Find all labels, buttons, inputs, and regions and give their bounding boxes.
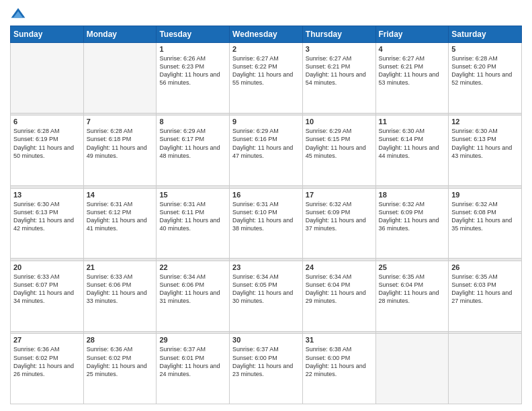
calendar-header-row: SundayMondayTuesdayWednesdayThursdayFrid… <box>11 26 522 43</box>
day-number: 21 <box>87 263 154 271</box>
calendar-cell <box>11 43 84 113</box>
calendar-cell: 6Sunrise: 6:28 AM Sunset: 6:19 PM Daylig… <box>11 116 84 186</box>
calendar-cell <box>375 334 449 404</box>
day-number: 30 <box>232 336 300 344</box>
cell-info: Sunrise: 6:34 AM Sunset: 6:04 PM Dayligh… <box>306 273 366 304</box>
day-number: 28 <box>87 336 154 344</box>
day-number: 17 <box>306 191 373 199</box>
cell-info: Sunrise: 6:35 AM Sunset: 6:04 PM Dayligh… <box>379 273 439 304</box>
calendar-cell: 19Sunrise: 6:32 AM Sunset: 6:08 PM Dayli… <box>449 188 522 259</box>
calendar-table: SundayMondayTuesdayWednesdayThursdayFrid… <box>10 26 522 404</box>
cell-info: Sunrise: 6:32 AM Sunset: 6:09 PM Dayligh… <box>379 201 439 232</box>
weekday-header-sunday: Sunday <box>11 26 84 43</box>
day-number: 1 <box>159 45 226 53</box>
cell-info: Sunrise: 6:29 AM Sunset: 6:15 PM Dayligh… <box>306 128 366 158</box>
day-number: 26 <box>451 263 519 271</box>
week-row-2: 6Sunrise: 6:28 AM Sunset: 6:19 PM Daylig… <box>11 116 522 186</box>
cell-info: Sunrise: 6:30 AM Sunset: 6:14 PM Dayligh… <box>379 128 439 158</box>
calendar-cell: 2Sunrise: 6:27 AM Sunset: 6:22 PM Daylig… <box>230 43 303 113</box>
calendar-cell: 7Sunrise: 6:28 AM Sunset: 6:18 PM Daylig… <box>83 116 157 186</box>
calendar-cell: 16Sunrise: 6:31 AM Sunset: 6:10 PM Dayli… <box>230 188 303 259</box>
cell-info: Sunrise: 6:33 AM Sunset: 6:06 PM Dayligh… <box>87 273 147 304</box>
cell-info: Sunrise: 6:30 AM Sunset: 6:13 PM Dayligh… <box>13 201 74 232</box>
day-number: 13 <box>13 191 81 199</box>
calendar-cell: 5Sunrise: 6:28 AM Sunset: 6:20 PM Daylig… <box>449 43 522 113</box>
calendar-cell: 22Sunrise: 6:34 AM Sunset: 6:06 PM Dayli… <box>157 261 230 332</box>
week-row-1: 1Sunrise: 6:26 AM Sunset: 6:23 PM Daylig… <box>11 43 522 113</box>
cell-info: Sunrise: 6:38 AM Sunset: 6:00 PM Dayligh… <box>306 346 366 377</box>
day-number: 18 <box>379 191 446 199</box>
cell-info: Sunrise: 6:35 AM Sunset: 6:03 PM Dayligh… <box>451 273 512 304</box>
logo <box>10 7 29 20</box>
week-row-4: 20Sunrise: 6:33 AM Sunset: 6:07 PM Dayli… <box>11 261 522 332</box>
cell-info: Sunrise: 6:28 AM Sunset: 6:19 PM Dayligh… <box>13 128 74 158</box>
cell-info: Sunrise: 6:28 AM Sunset: 6:20 PM Dayligh… <box>451 55 512 86</box>
calendar-cell: 30Sunrise: 6:37 AM Sunset: 6:00 PM Dayli… <box>230 334 303 404</box>
calendar-cell: 8Sunrise: 6:29 AM Sunset: 6:17 PM Daylig… <box>157 116 230 186</box>
weekday-header-friday: Friday <box>375 26 449 43</box>
calendar-cell: 13Sunrise: 6:30 AM Sunset: 6:13 PM Dayli… <box>11 188 84 259</box>
cell-info: Sunrise: 6:36 AM Sunset: 6:02 PM Dayligh… <box>13 346 74 377</box>
cell-info: Sunrise: 6:36 AM Sunset: 6:02 PM Dayligh… <box>87 346 147 377</box>
weekday-header-wednesday: Wednesday <box>230 26 303 43</box>
day-number: 31 <box>306 336 373 344</box>
calendar-cell: 21Sunrise: 6:33 AM Sunset: 6:06 PM Dayli… <box>83 261 157 332</box>
day-number: 11 <box>379 118 446 126</box>
cell-info: Sunrise: 6:32 AM Sunset: 6:09 PM Dayligh… <box>306 201 366 232</box>
day-number: 2 <box>232 45 300 53</box>
cell-info: Sunrise: 6:37 AM Sunset: 6:00 PM Dayligh… <box>232 346 293 377</box>
calendar-cell: 10Sunrise: 6:29 AM Sunset: 6:15 PM Dayli… <box>302 116 375 186</box>
day-number: 10 <box>306 118 373 126</box>
calendar-cell: 3Sunrise: 6:27 AM Sunset: 6:21 PM Daylig… <box>302 43 375 113</box>
day-number: 16 <box>232 191 300 199</box>
page: SundayMondayTuesdayWednesdayThursdayFrid… <box>0 0 532 411</box>
cell-info: Sunrise: 6:32 AM Sunset: 6:08 PM Dayligh… <box>451 201 512 232</box>
calendar-cell: 28Sunrise: 6:36 AM Sunset: 6:02 PM Dayli… <box>83 334 157 404</box>
day-number: 20 <box>13 263 81 271</box>
day-number: 9 <box>232 118 300 126</box>
cell-info: Sunrise: 6:26 AM Sunset: 6:23 PM Dayligh… <box>159 55 220 86</box>
day-number: 4 <box>379 45 446 53</box>
calendar-cell: 14Sunrise: 6:31 AM Sunset: 6:12 PM Dayli… <box>83 188 157 259</box>
calendar-cell: 4Sunrise: 6:27 AM Sunset: 6:21 PM Daylig… <box>375 43 449 113</box>
day-number: 7 <box>87 118 154 126</box>
day-number: 25 <box>379 263 446 271</box>
week-row-3: 13Sunrise: 6:30 AM Sunset: 6:13 PM Dayli… <box>11 188 522 259</box>
cell-info: Sunrise: 6:27 AM Sunset: 6:21 PM Dayligh… <box>379 55 439 86</box>
cell-info: Sunrise: 6:28 AM Sunset: 6:18 PM Dayligh… <box>87 128 147 158</box>
calendar-cell: 24Sunrise: 6:34 AM Sunset: 6:04 PM Dayli… <box>302 261 375 332</box>
weekday-header-monday: Monday <box>83 26 157 43</box>
header <box>10 7 522 20</box>
day-number: 5 <box>451 45 519 53</box>
day-number: 3 <box>306 45 373 53</box>
day-number: 12 <box>451 118 519 126</box>
calendar-cell: 12Sunrise: 6:30 AM Sunset: 6:13 PM Dayli… <box>449 116 522 186</box>
week-row-5: 27Sunrise: 6:36 AM Sunset: 6:02 PM Dayli… <box>11 334 522 404</box>
calendar-cell: 20Sunrise: 6:33 AM Sunset: 6:07 PM Dayli… <box>11 261 84 332</box>
calendar-cell: 15Sunrise: 6:31 AM Sunset: 6:11 PM Dayli… <box>157 188 230 259</box>
day-number: 14 <box>87 191 154 199</box>
calendar-cell: 26Sunrise: 6:35 AM Sunset: 6:03 PM Dayli… <box>449 261 522 332</box>
calendar-cell: 27Sunrise: 6:36 AM Sunset: 6:02 PM Dayli… <box>11 334 84 404</box>
weekday-header-thursday: Thursday <box>302 26 375 43</box>
cell-info: Sunrise: 6:31 AM Sunset: 6:12 PM Dayligh… <box>87 201 147 232</box>
calendar-cell: 29Sunrise: 6:37 AM Sunset: 6:01 PM Dayli… <box>157 334 230 404</box>
cell-info: Sunrise: 6:29 AM Sunset: 6:17 PM Dayligh… <box>159 128 220 158</box>
calendar-cell: 18Sunrise: 6:32 AM Sunset: 6:09 PM Dayli… <box>375 188 449 259</box>
day-number: 15 <box>159 191 226 199</box>
cell-info: Sunrise: 6:27 AM Sunset: 6:22 PM Dayligh… <box>232 55 293 86</box>
cell-info: Sunrise: 6:34 AM Sunset: 6:05 PM Dayligh… <box>232 273 293 304</box>
calendar-cell <box>83 43 157 113</box>
cell-info: Sunrise: 6:34 AM Sunset: 6:06 PM Dayligh… <box>159 273 220 304</box>
cell-info: Sunrise: 6:31 AM Sunset: 6:10 PM Dayligh… <box>232 201 293 232</box>
calendar-cell: 9Sunrise: 6:29 AM Sunset: 6:16 PM Daylig… <box>230 116 303 186</box>
calendar-cell: 25Sunrise: 6:35 AM Sunset: 6:04 PM Dayli… <box>375 261 449 332</box>
day-number: 27 <box>13 336 81 344</box>
calendar-cell: 23Sunrise: 6:34 AM Sunset: 6:05 PM Dayli… <box>230 261 303 332</box>
cell-info: Sunrise: 6:27 AM Sunset: 6:21 PM Dayligh… <box>306 55 366 86</box>
cell-info: Sunrise: 6:29 AM Sunset: 6:16 PM Dayligh… <box>232 128 293 158</box>
day-number: 24 <box>306 263 373 271</box>
day-number: 23 <box>232 263 300 271</box>
day-number: 22 <box>159 263 226 271</box>
day-number: 6 <box>13 118 81 126</box>
